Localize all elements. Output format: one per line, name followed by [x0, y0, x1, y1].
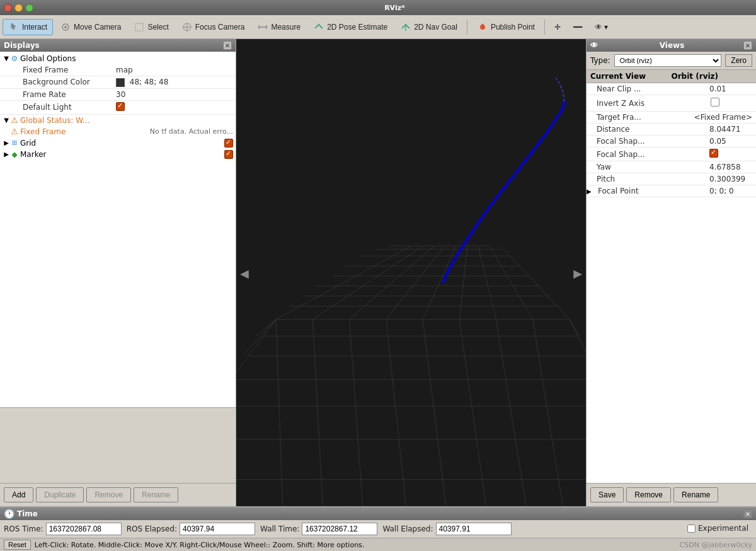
marker-arrow[interactable]: ▶	[3, 151, 10, 158]
current-view-header: Current View Orbit (rviz)	[587, 70, 756, 83]
prop-frame-rate-value[interactable]: 30	[113, 88, 236, 100]
cv-yaw[interactable]: Yaw 4.67858	[587, 161, 756, 173]
measure-button[interactable]: Measure	[251, 19, 306, 35]
window-controls[interactable]	[4, 4, 33, 12]
grid-label: Grid	[20, 139, 224, 148]
grid-arrow[interactable]: ▶	[3, 139, 10, 147]
default-light-checkbox[interactable]	[116, 102, 125, 111]
viewport-arrow-left[interactable]: ◀	[238, 264, 251, 282]
time-panel-title: Time	[17, 509, 38, 518]
wall-elapsed-group: Wall Elapsed:	[382, 523, 511, 535]
views-panel-close[interactable]: ✕	[743, 41, 752, 50]
publish-point-button[interactable]: Publish Point	[471, 19, 541, 35]
current-view-col2: Orbit (rviz)	[672, 72, 753, 81]
ros-elapsed-label: ROS Elapsed:	[127, 525, 177, 533]
cv-focal-shape-2[interactable]: Focal Shap...	[587, 148, 756, 161]
views-remove-button[interactable]: Remove	[626, 487, 671, 502]
svg-point-11	[481, 23, 483, 25]
select-button[interactable]: Select	[128, 19, 174, 35]
ros-elapsed-group: ROS Elapsed:	[127, 523, 255, 535]
move-camera-icon	[60, 21, 71, 33]
invert-z-checkbox[interactable]	[711, 98, 719, 107]
time-panel-close[interactable]: ✕	[743, 509, 752, 518]
remove-button[interactable]: Remove	[86, 487, 131, 502]
time-fields-row: ROS Time: ROS Elapsed: Wall Time: Wall E…	[0, 520, 756, 538]
add-button[interactable]: Add	[4, 487, 33, 502]
maximize-button[interactable]	[25, 4, 33, 12]
experimental-checkbox[interactable]	[687, 525, 696, 533]
viewport-arrow-right[interactable]: ▶	[571, 264, 585, 282]
cv-target-frame[interactable]: Target Fra... <Fixed Frame>	[587, 112, 756, 124]
views-rename-button[interactable]: Rename	[673, 487, 718, 502]
publish-point-icon	[477, 21, 488, 33]
marker-icon: ◆	[10, 150, 19, 159]
ros-time-input[interactable]	[46, 523, 122, 535]
displays-tree[interactable]: ▼ ⚙ Global Options Fixed Frame map Backg…	[0, 52, 236, 407]
displays-panel-title: Displays	[4, 41, 40, 50]
viewport[interactable]: ◀	[236, 39, 586, 506]
ros-elapsed-input[interactable]	[180, 523, 255, 535]
reset-button[interactable]: Reset	[4, 540, 31, 550]
cv-invert-z-label: Invert Z Axis	[594, 98, 706, 109]
wall-elapsed-label: Wall Elapsed:	[382, 525, 433, 533]
views-type-select[interactable]: Orbit (rviz)	[614, 54, 722, 67]
focal-shape-checkbox[interactable]	[709, 149, 718, 158]
displays-panel-close[interactable]: ✕	[223, 41, 232, 50]
cv-focal-point[interactable]: ▶ Focal Point 0; 0; 0	[587, 185, 756, 197]
measure-icon	[257, 21, 268, 33]
tree-item-global-options[interactable]: ▼ ⚙ Global Options	[0, 53, 236, 64]
focal-point-expand-arrow[interactable]: ▶	[587, 188, 595, 195]
wall-time-input[interactable]	[302, 523, 377, 535]
move-camera-button[interactable]: Move Camera	[54, 19, 127, 35]
cv-invert-z-value	[706, 95, 756, 111]
time-panel-header: 🕐 Time ✕	[0, 508, 756, 520]
marker-checkbox[interactable]	[224, 150, 233, 159]
cv-distance[interactable]: Distance 8.04471	[587, 124, 756, 136]
close-button[interactable]	[4, 4, 12, 12]
pose-estimate-icon	[313, 21, 324, 33]
rename-button[interactable]: Rename	[134, 487, 178, 502]
tree-item-global-status[interactable]: ▼ ⚠ Global Status: W...	[0, 115, 236, 126]
cv-focal-shape-1[interactable]: Focal Shap... 0.05	[587, 136, 756, 148]
focus-camera-button[interactable]: Focus Camera	[176, 19, 251, 35]
wall-elapsed-input[interactable]	[436, 523, 512, 535]
global-status-arrow[interactable]: ▼	[3, 117, 10, 124]
views-zero-button[interactable]: Zero	[725, 54, 752, 67]
global-options-arrow[interactable]: ▼	[3, 55, 10, 62]
prop-fixed-frame-value[interactable]: map	[113, 64, 236, 76]
grid-icon: ⊞	[10, 139, 19, 148]
cv-focal-shape-2-label: Focal Shap...	[594, 149, 706, 160]
prop-fixed-frame-label: Fixed Frame	[0, 64, 113, 76]
global-options-gear-icon: ⚙	[10, 54, 19, 63]
tree-item-grid[interactable]: ▶ ⊞ Grid	[0, 137, 236, 149]
experimental-label: Experimental	[698, 524, 748, 533]
grid-checkbox[interactable]	[224, 139, 233, 148]
prop-bg-color-value[interactable]: 48; 48; 48	[113, 76, 236, 89]
extra-btn-3[interactable]: 👁 ▾	[589, 20, 614, 34]
cv-invert-z[interactable]: Invert Z Axis	[587, 95, 756, 112]
title-bar: RViz*	[0, 0, 756, 15]
cv-pitch-label: Pitch	[594, 173, 706, 185]
global-status-warning-icon: ⚠	[10, 116, 19, 125]
cv-pitch[interactable]: Pitch 0.300399	[587, 173, 756, 185]
cv-focal-shape-2-value	[706, 148, 756, 161]
extra-btn-1[interactable]: ✛	[549, 20, 566, 34]
views-buttons: Save Remove Rename	[587, 483, 756, 506]
nav-goal-button[interactable]: 2D Nav Goal	[394, 19, 463, 35]
displays-panel: Displays ✕ ▼ ⚙ Global Options Fixed Fram…	[0, 39, 236, 506]
minimize-button[interactable]	[14, 4, 23, 12]
select-icon	[134, 21, 145, 33]
focus-camera-icon	[181, 21, 193, 33]
extra-btn-2[interactable]: ━━	[568, 20, 588, 34]
tree-item-marker[interactable]: ▶ ◆ Marker	[0, 149, 236, 160]
tree-item-fixed-frame-status[interactable]: ⚠ Fixed Frame No tf data. Actual erro...	[0, 126, 236, 137]
pose-estimate-button[interactable]: 2D Pose Estimate	[307, 19, 393, 35]
ros-time-label: ROS Time:	[4, 525, 43, 533]
views-save-button[interactable]: Save	[590, 487, 624, 502]
cv-near-clip[interactable]: Near Clip ... 0.01	[587, 83, 756, 95]
window-title: RViz*	[37, 4, 752, 12]
prop-default-light-value[interactable]	[113, 100, 236, 114]
interact-button[interactable]: Interact	[3, 19, 53, 35]
duplicate-button[interactable]: Duplicate	[36, 487, 84, 502]
cv-focal-shape-1-label: Focal Shap...	[594, 136, 706, 147]
